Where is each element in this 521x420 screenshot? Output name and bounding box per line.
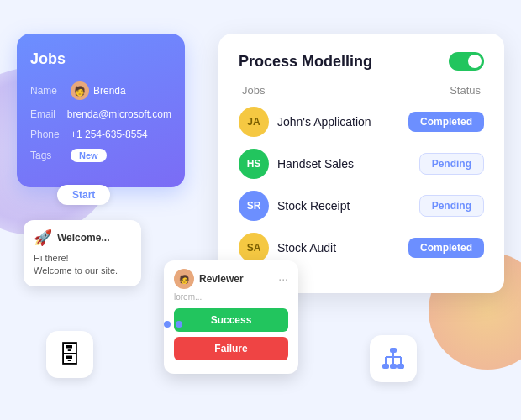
job-name-john: John's Application (277, 115, 371, 129)
table-row: SR Stock Receipt Pending (239, 191, 484, 221)
reviewer-header: 🧑 Reviewer ··· (174, 269, 288, 289)
jobs-label-tags: Tags (30, 150, 71, 161)
status-badge-pending-2: Pending (419, 195, 484, 217)
process-card: Process Modelling Jobs Status JA John's … (218, 34, 504, 293)
reviewer-success-button[interactable]: Success (174, 308, 288, 332)
reviewer-subtitle: lorem... (174, 292, 288, 302)
job-name-stock-receipt: Stock Receipt (277, 199, 350, 213)
connector-dot-1 (176, 321, 182, 328)
job-avatar-ja: JA (239, 107, 269, 137)
jobs-field-tags: Tags New (30, 149, 171, 162)
reviewer-title: Reviewer (199, 273, 244, 285)
chat-line-2: Welcome to our site. (34, 265, 131, 277)
hierarchy-icon-container (370, 335, 417, 382)
svg-rect-1 (382, 364, 389, 369)
process-toggle[interactable] (449, 52, 484, 71)
avatar: 🧑 (71, 81, 89, 100)
table-row: SA Stock Audit Completed (239, 233, 484, 263)
jobs-label-name: Name (30, 85, 71, 97)
svg-rect-0 (390, 348, 397, 353)
chat-bubble: 🚀 Welcome... Hi there! Welcome to our si… (24, 220, 141, 286)
jobs-label-phone: Phone (30, 129, 71, 140)
table-row: HS Handset Sales Pending (239, 149, 484, 179)
chat-bubble-title: Welcome... (57, 232, 109, 244)
table-header: Jobs Status (239, 84, 484, 97)
reviewer-avatar: 🧑 (174, 269, 194, 289)
jobs-tag-new: New (71, 149, 107, 162)
job-avatar-hs: HS (239, 149, 269, 179)
chat-line-1: Hi there! (34, 252, 131, 265)
start-button[interactable]: Start (57, 185, 110, 205)
job-avatar-sa: SA (239, 233, 269, 263)
connector-dot-2 (164, 321, 171, 328)
jobs-field-email: Email brenda@microsoft.com (30, 108, 171, 120)
rocket-icon: 🚀 (34, 228, 52, 247)
job-row-left: JA John's Application (239, 107, 371, 137)
hierarchy-icon (370, 335, 417, 382)
reviewer-header-left: 🧑 Reviewer (174, 269, 244, 289)
process-card-header: Process Modelling (239, 52, 484, 71)
chat-bubble-header: 🚀 Welcome... (34, 228, 131, 247)
job-name-stock-audit: Stock Audit (277, 241, 336, 255)
svg-rect-2 (390, 364, 397, 369)
start-section: Start (57, 185, 110, 212)
table-row: JA John's Application Completed (239, 107, 484, 137)
db-icon-container: 🗄 (46, 331, 93, 378)
job-avatar-sr: SR (239, 191, 269, 221)
chat-bubble-body: Hi there! Welcome to our site. (34, 252, 131, 278)
jobs-value-email: brenda@microsoft.com (67, 108, 171, 120)
job-row-left: SA Stock Audit (239, 233, 336, 263)
table-col-status: Status (450, 84, 481, 97)
reviewer-failure-button[interactable]: Failure (174, 337, 288, 360)
jobs-card-title: Jobs (30, 50, 171, 68)
status-badge-completed-1: Completed (408, 112, 484, 132)
status-badge-completed-2: Completed (408, 238, 484, 258)
job-row-left: HS Handset Sales (239, 149, 354, 179)
svg-rect-3 (397, 364, 404, 369)
job-name-handset: Handset Sales (277, 157, 354, 171)
jobs-value-phone: +1 254-635-8554 (71, 129, 148, 140)
jobs-label-email: Email (30, 108, 67, 120)
reviewer-card: 🧑 Reviewer ··· lorem... Success Failure (164, 260, 298, 374)
reviewer-more-icon[interactable]: ··· (278, 272, 288, 286)
jobs-value-name: 🧑 Brenda (71, 81, 126, 100)
jobs-field-name: Name 🧑 Brenda (30, 81, 171, 100)
job-row-left: SR Stock Receipt (239, 191, 350, 221)
status-badge-pending-1: Pending (419, 153, 484, 175)
process-card-title: Process Modelling (239, 53, 372, 71)
jobs-field-phone: Phone +1 254-635-8554 (30, 129, 171, 140)
db-icon: 🗄 (46, 331, 93, 378)
table-col-jobs: Jobs (242, 84, 265, 97)
jobs-card: Jobs Name 🧑 Brenda Email brenda@microsof… (17, 34, 185, 187)
